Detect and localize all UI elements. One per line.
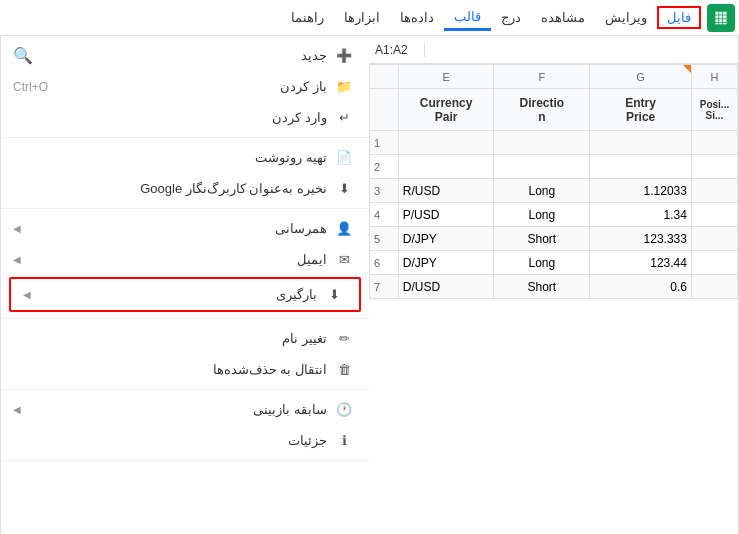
menu-item-edit[interactable]: ویرایش xyxy=(595,6,657,29)
menu-item-tools[interactable]: ابزارها xyxy=(334,6,390,29)
menu-item-file[interactable]: فایل xyxy=(657,6,701,29)
cell-currency-3[interactable]: R/USD xyxy=(398,179,494,203)
import-icon: ↵ xyxy=(335,110,353,125)
menu-section-4: ✏ تغییر نام 🗑 انتقال به حذف‌شده‌ها xyxy=(1,319,369,390)
cell-currency-6[interactable]: D/JPY xyxy=(398,251,494,275)
cell-price-7[interactable]: 0.6 xyxy=(590,275,692,299)
cell-h1[interactable] xyxy=(691,131,737,155)
row-num-5: 5 xyxy=(370,227,399,251)
menu-item-rename[interactable]: ✏ تغییر نام xyxy=(1,323,369,354)
menu-item-history[interactable]: 🕐 سابقه بازبینی ◀ xyxy=(1,394,369,425)
menu-item-help[interactable]: راهنما xyxy=(281,6,334,29)
main-area: A1:A2 E F G H Curr xyxy=(0,36,739,534)
menu-item-trash[interactable]: 🗑 انتقال به حذف‌شده‌ها xyxy=(1,354,369,385)
email-icon: ✉ xyxy=(335,252,353,267)
download-icon: ⬇ xyxy=(325,287,343,302)
cell-currency-7[interactable]: D/USD xyxy=(398,275,494,299)
cell-currency-4[interactable]: P/USD xyxy=(398,203,494,227)
formula-bar: A1:A2 xyxy=(369,36,738,64)
row-num-4: 4 xyxy=(370,203,399,227)
cell-price-3[interactable]: 1.12033 xyxy=(590,179,692,203)
cell-price-4[interactable]: 1.34 xyxy=(590,203,692,227)
new-icon: ➕ xyxy=(335,48,353,63)
col-header-f[interactable]: F xyxy=(494,65,590,89)
cell-price-6[interactable]: 123.44 xyxy=(590,251,692,275)
row-num-6: 6 xyxy=(370,251,399,275)
search-icon[interactable]: 🔍 xyxy=(13,46,33,65)
menu-item-save-google[interactable]: ⬇ نخیره به‌عنوان کاربرگ‌نگار Google xyxy=(1,173,369,204)
cell-pos-7[interactable] xyxy=(691,275,737,299)
menu-item-import[interactable]: ↵ وارد کردن xyxy=(1,102,369,133)
cell-direction-6[interactable]: Long xyxy=(494,251,590,275)
menu-label-copy: تهیه روتوشت xyxy=(255,150,327,165)
menu-label-new: جدید xyxy=(301,48,327,63)
cell-direction-5[interactable]: Short xyxy=(494,227,590,251)
row-num-2: 2 xyxy=(370,155,399,179)
col-header-h[interactable]: H xyxy=(691,65,737,89)
cell-pos-6[interactable] xyxy=(691,251,737,275)
share-arrow: ◀ xyxy=(13,223,21,234)
menu-label-download: بارگیری xyxy=(276,287,317,302)
menu-bar: فایل ویرایش مشاهده درج قالب داده‌ها ابزا… xyxy=(0,0,739,36)
share-icon: 👤 xyxy=(335,221,353,236)
cell-pos-4[interactable] xyxy=(691,203,737,227)
table-row[interactable]: 3 R/USD Long 1.12033 xyxy=(370,179,738,203)
menu-item-email[interactable]: ✉ ایمیل ◀ xyxy=(1,244,369,275)
menu-item-view[interactable]: مشاهده xyxy=(531,6,595,29)
col-f-header: Direction xyxy=(494,89,590,131)
menu-item-share[interactable]: 👤 همرسانی ◀ xyxy=(1,213,369,244)
cell-direction-4[interactable]: Long xyxy=(494,203,590,227)
download-arrow: ◀ xyxy=(23,289,31,300)
menu-item-format[interactable]: قالب xyxy=(444,5,491,31)
cell-h2[interactable] xyxy=(691,155,737,179)
menu-item-details[interactable]: ℹ جزئیات xyxy=(1,425,369,456)
spreadsheet-panel: A1:A2 E F G H Curr xyxy=(369,36,739,534)
table-row[interactable]: 7 D/USD Short 0.6 xyxy=(370,275,738,299)
cell-f2[interactable] xyxy=(494,155,590,179)
table-row[interactable]: 5 D/JPY Short 123.333 xyxy=(370,227,738,251)
copy-icon: 📄 xyxy=(335,150,353,165)
col-g-header: EntryPrice xyxy=(590,89,692,131)
cell-pos-5[interactable] xyxy=(691,227,737,251)
open-icon: 📁 xyxy=(335,79,353,94)
col-header-g[interactable]: G xyxy=(590,65,692,89)
table-row[interactable]: 4 P/USD Long 1.34 xyxy=(370,203,738,227)
cell-currency-5[interactable]: D/JPY xyxy=(398,227,494,251)
history-icon: 🕐 xyxy=(335,402,353,417)
menu-item-copy[interactable]: 📄 تهیه روتوشت xyxy=(1,142,369,173)
sheet-table: E F G H CurrencyPair Direction EntryPric… xyxy=(369,64,738,299)
row-header-blank xyxy=(370,65,399,89)
menu-item-new[interactable]: ➕ جدید xyxy=(1,40,369,71)
cell-price-5[interactable]: 123.333 xyxy=(590,227,692,251)
menu-section-3: 👤 همرسانی ◀ ✉ ایمیل ◀ ⬇ بارگیری ◀ xyxy=(1,209,369,319)
cell-reference: A1:A2 xyxy=(375,43,425,57)
menu-item-open[interactable]: 📁 باز کردن Ctrl+O xyxy=(1,71,369,102)
menu-item-insert[interactable]: درج xyxy=(491,6,531,29)
trash-icon: 🗑 xyxy=(335,362,353,377)
cell-direction-3[interactable]: Long xyxy=(494,179,590,203)
menu-item-download[interactable]: ⬇ بارگیری ◀ xyxy=(9,277,361,312)
cell-direction-7[interactable]: Short xyxy=(494,275,590,299)
cell-pos-3[interactable] xyxy=(691,179,737,203)
col-e-header: CurrencyPair xyxy=(398,89,494,131)
row-num-header xyxy=(370,89,399,131)
menu-item-data[interactable]: داده‌ها xyxy=(390,6,444,29)
rename-icon: ✏ xyxy=(335,331,353,346)
email-arrow: ◀ xyxy=(13,254,21,265)
sheets-app-icon[interactable] xyxy=(707,4,735,32)
cell-g2[interactable] xyxy=(590,155,692,179)
col-h-header: Posi...Si... xyxy=(691,89,737,131)
cell-g1[interactable] xyxy=(590,131,692,155)
menu-label-import: وارد کردن xyxy=(272,110,327,125)
menu-label-trash: انتقال به حذف‌شده‌ها xyxy=(213,362,327,377)
history-arrow: ◀ xyxy=(13,404,21,415)
table-row[interactable]: 1 xyxy=(370,131,738,155)
menu-section-1: ➕ جدید 📁 باز کردن Ctrl+O ↵ وارد کردن xyxy=(1,36,369,138)
table-row[interactable]: 6 D/JPY Long 123.44 xyxy=(370,251,738,275)
table-row[interactable]: 2 xyxy=(370,155,738,179)
cell-f1[interactable] xyxy=(494,131,590,155)
cell-e2[interactable] xyxy=(398,155,494,179)
col-header-e[interactable]: E xyxy=(398,65,494,89)
cell-e1[interactable] xyxy=(398,131,494,155)
menu-label-rename: تغییر نام xyxy=(282,331,327,346)
